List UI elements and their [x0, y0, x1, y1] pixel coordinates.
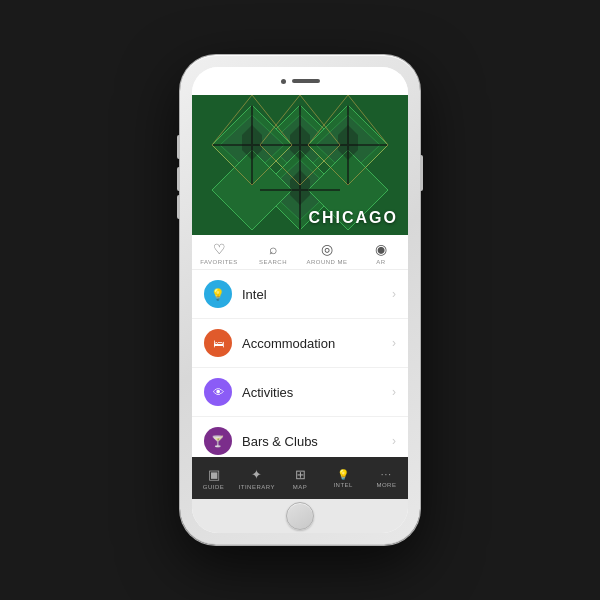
speaker — [292, 79, 320, 83]
activities-icon-circle: 👁 — [204, 378, 232, 406]
bars-icon-circle: 🍸 — [204, 427, 232, 455]
search-label: SEARCH — [259, 259, 287, 265]
accommodation-icon: 🛏 — [213, 337, 224, 349]
nav-around-me[interactable]: ◎ AROUND ME — [300, 241, 354, 265]
menu-item-accommodation[interactable]: 🛏 Accommodation › — [192, 319, 408, 368]
location-icon: ◎ — [321, 241, 333, 257]
activities-icon: 👁 — [213, 386, 224, 398]
more-tab-label: MORE — [376, 482, 396, 488]
menu-item-activities[interactable]: 👁 Activities › — [192, 368, 408, 417]
heart-icon: ♡ — [213, 241, 226, 257]
tab-intel[interactable]: 💡 INTEL — [322, 469, 365, 488]
nav-search[interactable]: ⌕ SEARCH — [246, 241, 300, 265]
tab-map[interactable]: ⊞ MAP — [278, 467, 321, 490]
search-icon: ⌕ — [269, 241, 277, 257]
camera-dot — [281, 79, 286, 84]
bars-icon: 🍸 — [211, 435, 225, 448]
intel-icon: 💡 — [211, 288, 225, 301]
nav-favorites[interactable]: ♡ FAVORITES — [192, 241, 246, 265]
map-tab-label: MAP — [293, 484, 308, 490]
favorites-label: FAVORITES — [200, 259, 238, 265]
bars-label: Bars & Clubs — [242, 434, 392, 449]
map-icon: ⊞ — [295, 467, 306, 482]
menu-list: 💡 Intel › 🛏 Accommodation › 👁 Ac — [192, 270, 408, 457]
bars-chevron: › — [392, 434, 396, 448]
menu-item-intel[interactable]: 💡 Intel › — [192, 270, 408, 319]
intel-chevron: › — [392, 287, 396, 301]
phone-top-bar — [192, 67, 408, 95]
intel-tab-icon: 💡 — [337, 469, 349, 480]
intel-label: Intel — [242, 287, 392, 302]
activities-chevron: › — [392, 385, 396, 399]
ar-label: AR — [376, 259, 385, 265]
ar-icon: ◉ — [375, 241, 387, 257]
accommodation-label: Accommodation — [242, 336, 392, 351]
home-button[interactable] — [286, 502, 314, 530]
hero-city-title: CHICAGO — [308, 209, 398, 227]
guide-tab-label: GUIDE — [203, 484, 225, 490]
intel-icon-circle: 💡 — [204, 280, 232, 308]
intel-tab-label: INTEL — [333, 482, 353, 488]
around-me-label: AROUND ME — [306, 259, 347, 265]
home-button-wrap — [192, 499, 408, 533]
screen: CHICAGO ♡ FAVORITES ⌕ SEARCH ◎ AROUND ME… — [192, 95, 408, 499]
accommodation-chevron: › — [392, 336, 396, 350]
bottom-tab-bar: ▣ GUIDE ✦ ITINERARY ⊞ MAP 💡 INTEL ··· — [192, 457, 408, 499]
nav-ar[interactable]: ◉ AR — [354, 241, 408, 265]
itinerary-tab-label: ITINERARY — [239, 484, 275, 490]
activities-label: Activities — [242, 385, 392, 400]
phone-frame: CHICAGO ♡ FAVORITES ⌕ SEARCH ◎ AROUND ME… — [180, 55, 420, 545]
more-icon: ··· — [381, 469, 392, 480]
guide-icon: ▣ — [208, 467, 220, 482]
menu-item-bars-clubs[interactable]: 🍸 Bars & Clubs › — [192, 417, 408, 457]
accommodation-icon-circle: 🛏 — [204, 329, 232, 357]
tab-guide[interactable]: ▣ GUIDE — [192, 467, 235, 490]
phone-inner: CHICAGO ♡ FAVORITES ⌕ SEARCH ◎ AROUND ME… — [192, 67, 408, 533]
hero-image: CHICAGO — [192, 95, 408, 235]
tab-more[interactable]: ··· MORE — [365, 469, 408, 488]
itinerary-icon: ✦ — [251, 467, 262, 482]
tab-itinerary[interactable]: ✦ ITINERARY — [235, 467, 278, 490]
nav-icons-row: ♡ FAVORITES ⌕ SEARCH ◎ AROUND ME ◉ AR — [192, 235, 408, 270]
